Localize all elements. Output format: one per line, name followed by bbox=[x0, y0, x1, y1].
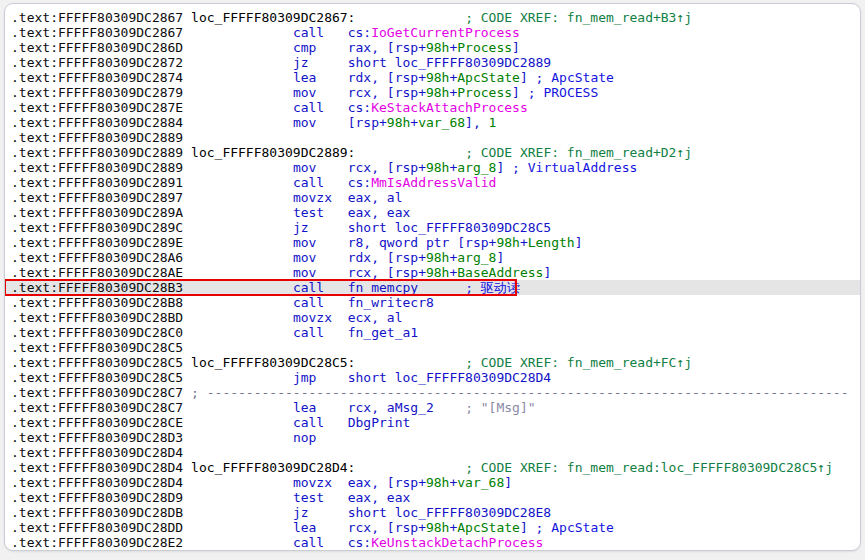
asm-token-num: 98h bbox=[426, 520, 449, 535]
asm-line[interactable]: .text:FFFFF80309DC28DDlearcx, [rsp+98h+A… bbox=[5, 520, 860, 535]
asm-line[interactable]: .text:FFFFF80309DC28D9testeax, eax bbox=[5, 490, 860, 505]
asm-address: .text:FFFFF80309DC28D4 bbox=[11, 475, 183, 490]
asm-address: .text:FFFFF80309DC28DB bbox=[11, 505, 183, 520]
asm-token-code: rax, [rsp+ bbox=[348, 40, 426, 55]
asm-text: test bbox=[293, 205, 324, 220]
asm-line[interactable]: .text:FFFFF80309DC28C5jmpshort loc_FFFFF… bbox=[5, 370, 860, 385]
asm-line[interactable]: .text:FFFFF80309DC28D4loc_FFFFF80309DC28… bbox=[5, 460, 860, 475]
asm-token-code: ] bbox=[512, 40, 520, 55]
asm-text: lea bbox=[293, 400, 316, 415]
asm-line[interactable]: .text:FFFFF80309DC2891callcs:MmIsAddress… bbox=[5, 175, 860, 190]
asm-text: ; CODE XREF: fn_mem_read+FC↑j bbox=[465, 355, 692, 370]
asm-text: nop bbox=[293, 430, 316, 445]
asm-line[interactable]: .text:FFFFF80309DC2879movrcx, [rsp+98h+P… bbox=[5, 85, 860, 100]
asm-line[interactable]: .text:FFFFF80309DC2872jzshort loc_FFFFF8… bbox=[5, 55, 860, 70]
asm-text: fn_writecr8 bbox=[348, 295, 434, 310]
asm-line[interactable]: .text:FFFFF80309DC287Ecallcs:KeStackAtta… bbox=[5, 100, 860, 115]
asm-text: call bbox=[293, 100, 324, 115]
asm-token-addr: .text:FFFFF80309DC28AE bbox=[11, 265, 183, 280]
asm-text: rcx, [rsp+98h+Process] bbox=[348, 85, 520, 100]
asm-token-code: short loc_FFFFF80309DC28D4 bbox=[348, 370, 552, 385]
asm-line[interactable]: .text:FFFFF80309DC28C5loc_FFFFF80309DC28… bbox=[5, 355, 860, 370]
asm-line[interactable]: .text:FFFFF80309DC2889movrcx, [rsp+98h+a… bbox=[5, 160, 860, 175]
asm-line[interactable]: .text:FFFFF80309DC28C0callfn_get_a1 bbox=[5, 325, 860, 340]
asm-line[interactable]: .text:FFFFF80309DC28A6movrdx, [rsp+98h+a… bbox=[5, 250, 860, 265]
asm-token-code: call bbox=[293, 325, 324, 340]
asm-token-code: ] bbox=[496, 250, 504, 265]
asm-token-code: eax, eax bbox=[348, 490, 411, 505]
asm-line[interactable]: .text:FFFFF80309DC289Atesteax, eax bbox=[5, 205, 860, 220]
asm-address: .text:FFFFF80309DC28C5 bbox=[11, 355, 183, 370]
asm-text: ecx, al bbox=[348, 310, 403, 325]
asm-line[interactable]: .text:FFFFF80309DC28DBjzshort loc_FFFFF8… bbox=[5, 505, 860, 520]
asm-token-code: call bbox=[293, 25, 324, 40]
asm-address: .text:FFFFF80309DC28AE bbox=[11, 265, 183, 280]
asm-line[interactable]: .text:FFFFF80309DC286Dcmprax, [rsp+98h+P… bbox=[5, 40, 860, 55]
asm-token-code: rcx, [rsp+ bbox=[348, 85, 426, 100]
asm-address: .text:FFFFF80309DC2891 bbox=[11, 175, 183, 190]
asm-address: .text:FFFFF80309DC28C5 bbox=[11, 340, 183, 355]
asm-line[interactable]: .text:FFFFF80309DC28B8callfn_writecr8 bbox=[5, 295, 860, 310]
asm-token-code: eax, eax bbox=[348, 205, 411, 220]
asm-text: lea bbox=[293, 520, 316, 535]
asm-token-code: cs: bbox=[348, 25, 371, 40]
asm-text: ; ApcState bbox=[536, 70, 614, 85]
asm-line[interactable]: .text:FFFFF80309DC28D3nop bbox=[5, 430, 860, 445]
asm-line[interactable]: .text:FFFFF80309DC28D4 bbox=[5, 445, 860, 460]
asm-token-var: var_68 bbox=[457, 475, 504, 490]
asm-text: fn_memcpy bbox=[348, 280, 418, 295]
asm-token-cmt: ; ApcState bbox=[536, 520, 614, 535]
asm-token-var: arg_8 bbox=[457, 160, 496, 175]
asm-token-code: mov bbox=[293, 160, 316, 175]
asm-token-num: 98h bbox=[426, 40, 449, 55]
asm-line[interactable]: .text:FFFFF80309DC28CEcallDbgPrint bbox=[5, 415, 860, 430]
asm-text: r8, qword ptr [rsp+98h+Length] bbox=[348, 235, 583, 250]
asm-line[interactable]: .text:FFFFF80309DC28E2callcs:KeUnstackDe… bbox=[5, 535, 860, 550]
asm-token-addr: .text:FFFFF80309DC28B8 bbox=[11, 295, 183, 310]
asm-line[interactable]: .text:FFFFF80309DC289Cjzshort loc_FFFFF8… bbox=[5, 220, 860, 235]
asm-address: .text:FFFFF80309DC289E bbox=[11, 235, 183, 250]
asm-line[interactable]: .text:FFFFF80309DC2867loc_FFFFF80309DC28… bbox=[5, 10, 860, 25]
asm-token-code: cs: bbox=[348, 100, 371, 115]
asm-line[interactable]: .text:FFFFF80309DC2867callcs:IoGetCurren… bbox=[5, 25, 860, 40]
asm-line[interactable]: .text:FFFFF80309DC28C5 bbox=[5, 340, 860, 355]
asm-token-xref: ; CODE XREF: fn_mem_read+FC↑j bbox=[465, 355, 692, 370]
asm-line[interactable]: .text:FFFFF80309DC28C7learcx, aMsg_2; "[… bbox=[5, 400, 860, 415]
asm-address: .text:FFFFF80309DC2889 bbox=[11, 160, 183, 175]
asm-address: .text:FFFFF80309DC28C7 bbox=[11, 400, 183, 415]
asm-line[interactable]: .text:FFFFF80309DC2874leardx, [rsp+98h+A… bbox=[5, 70, 860, 85]
asm-text: lea bbox=[293, 70, 316, 85]
disassembly-panel: .text:FFFFF80309DC2867loc_FFFFF80309DC28… bbox=[4, 3, 861, 551]
asm-text: ; VirtualAddress bbox=[512, 160, 637, 175]
asm-text: jz bbox=[293, 55, 309, 70]
asm-token-addr: .text:FFFFF80309DC28BD bbox=[11, 310, 183, 325]
asm-token-addr: .text:FFFFF80309DC28DB bbox=[11, 505, 183, 520]
asm-token-var: arg_8 bbox=[457, 250, 496, 265]
asm-text: mov bbox=[293, 115, 316, 130]
asm-text: call bbox=[293, 175, 324, 190]
asm-token-num: 98h bbox=[387, 115, 410, 130]
asm-text: cs:KeUnstackDetachProcess bbox=[348, 535, 544, 550]
asm-text: mov bbox=[293, 265, 316, 280]
asm-text: call bbox=[293, 325, 324, 340]
asm-line[interactable]: .text:FFFFF80309DC28BDmovzxecx, al bbox=[5, 310, 860, 325]
asm-line[interactable]: .text:FFFFF80309DC2897movzxeax, al bbox=[5, 190, 860, 205]
asm-line-selected[interactable]: .text:FFFFF80309DC28B3callfn_memcpy; 驱动读 bbox=[5, 280, 860, 295]
asm-text: call bbox=[293, 280, 324, 295]
asm-line[interactable]: .text:FFFFF80309DC28D4movzxeax, [rsp+98h… bbox=[5, 475, 860, 490]
asm-token-addr: .text:FFFFF80309DC2867 bbox=[11, 10, 183, 25]
asm-line[interactable]: .text:FFFFF80309DC2889 bbox=[5, 130, 860, 145]
asm-text: ; PROCESS bbox=[528, 85, 598, 100]
asm-line[interactable]: .text:FFFFF80309DC2884mov[rsp+98h+var_68… bbox=[5, 115, 860, 130]
asm-address: .text:FFFFF80309DC28A6 bbox=[11, 250, 183, 265]
asm-line[interactable]: .text:FFFFF80309DC2889loc_FFFFF80309DC28… bbox=[5, 145, 860, 160]
asm-line[interactable]: .text:FFFFF80309DC28AEmovrcx, [rsp+98h+B… bbox=[5, 265, 860, 280]
asm-token-var: ApcState bbox=[457, 70, 520, 85]
asm-token-code: r8, qword ptr [rsp+ bbox=[348, 235, 497, 250]
asm-token-var: ApcState bbox=[457, 520, 520, 535]
asm-token-num: 98h bbox=[426, 70, 449, 85]
asm-line[interactable]: .text:FFFFF80309DC28C7; ----------------… bbox=[5, 385, 860, 400]
asm-token-code: call bbox=[293, 535, 324, 550]
asm-line[interactable]: .text:FFFFF80309DC289Emovr8, qword ptr [… bbox=[5, 235, 860, 250]
asm-token-lbl: loc_FFFFF80309DC28D4: bbox=[191, 460, 355, 475]
